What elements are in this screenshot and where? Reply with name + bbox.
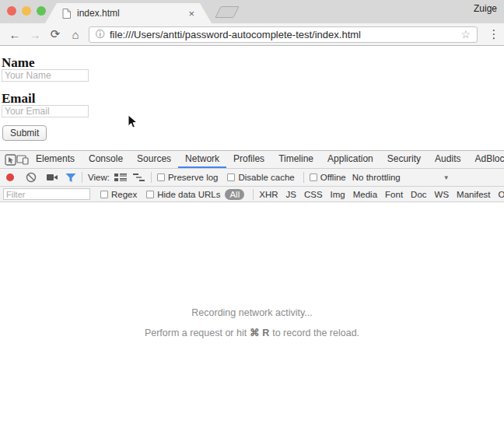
page-favicon-icon [62, 9, 71, 19]
reload-icon[interactable]: ⟳ [45, 27, 65, 41]
zoom-window-icon[interactable] [37, 6, 46, 16]
devtools-tab-sources[interactable]: Sources [130, 151, 178, 168]
filter-type-img[interactable]: Img [331, 190, 345, 199]
record-icon[interactable] [6, 173, 14, 181]
new-tab-button[interactable] [215, 6, 240, 18]
filter-input[interactable] [3, 188, 90, 200]
divider [253, 189, 254, 200]
home-icon[interactable]: ⌂ [65, 28, 86, 41]
email-input[interactable] [2, 105, 89, 117]
profile-label: Zuige [474, 3, 497, 14]
browser-toolbar: ← → ⟳ ⌂ ⓘ file:///Users/antti/password-a… [0, 23, 504, 46]
divider [82, 172, 82, 183]
preserve-log-checkbox[interactable] [157, 173, 165, 181]
mouse-cursor [128, 114, 138, 130]
device-toolbar-icon[interactable] [16, 151, 29, 168]
tab-title: index.html [77, 8, 120, 19]
name-label: Name [2, 55, 34, 71]
back-icon[interactable]: ← [5, 28, 25, 41]
hide-data-urls-label: Hide data URLs [157, 190, 220, 199]
submit-button[interactable]: Submit [2, 125, 47, 141]
offline-label: Offline [320, 173, 346, 182]
devtools-tab-timeline[interactable]: Timeline [271, 151, 320, 168]
offline-checkbox[interactable] [310, 173, 317, 181]
devtools-tab-elements[interactable]: Elements [29, 151, 82, 168]
network-toolbar: View: Preserve lo [0, 169, 504, 187]
screenshot-camera-icon[interactable] [46, 173, 58, 182]
throttling-select[interactable]: No throttling [352, 173, 401, 182]
command-r-keys: ⌘ R [250, 328, 269, 338]
preserve-log-label: Preserve log [168, 173, 219, 182]
close-window-icon[interactable] [7, 6, 16, 16]
name-input[interactable] [2, 69, 89, 82]
disable-cache-checkbox[interactable] [227, 173, 235, 181]
filter-type-font[interactable]: Font [385, 190, 403, 199]
filter-type-other[interactable]: Other [499, 190, 504, 199]
hide-data-urls-checkbox[interactable] [146, 191, 154, 198]
divider [303, 172, 304, 183]
email-label: Email [2, 91, 35, 107]
inspect-element-icon[interactable] [5, 151, 16, 168]
minimize-window-icon[interactable] [22, 6, 31, 16]
devtools-panel: Elements Console Sources Network Profile… [0, 150, 504, 438]
filter-type-ws[interactable]: WS [435, 190, 450, 199]
filter-type-manifest[interactable]: Manifest [457, 190, 490, 199]
divider [151, 172, 152, 183]
devtools-tab-network[interactable]: Network [178, 151, 226, 168]
devtools-tab-profiles[interactable]: Profiles [226, 151, 271, 168]
filter-funnel-icon[interactable] [65, 173, 76, 183]
waterfall-timeline-icon[interactable] [133, 173, 145, 182]
titlebar: index.html × Zuige [0, 0, 504, 23]
url-text[interactable]: file:///Users/antti/password-autocomplet… [110, 29, 361, 40]
devtools-tab-console[interactable]: Console [82, 151, 130, 168]
regex-label: Regex [111, 190, 137, 199]
view-label: View: [88, 173, 110, 182]
browser-tab[interactable]: index.html × [45, 3, 212, 23]
tab-close-icon[interactable]: × [188, 9, 194, 19]
page-content: Name Email Submit [0, 46, 504, 150]
filter-type-media[interactable]: Media [353, 190, 377, 199]
filter-type-all[interactable]: All [225, 189, 244, 200]
devtools-tab-adblock[interactable]: AdBlock [467, 151, 504, 168]
network-filter-bar: Regex Hide data URLs All XHR JS CSS Img … [0, 187, 504, 202]
devtools-tab-application[interactable]: Application [320, 151, 380, 168]
recording-activity-text: Recording network activity... [0, 307, 504, 318]
devtools-tabbar: Elements Console Sources Network Profile… [0, 151, 504, 169]
address-bar[interactable]: ⓘ file:///Users/antti/password-autocompl… [89, 26, 478, 43]
filter-type-doc[interactable]: Doc [411, 190, 426, 199]
filter-type-css[interactable]: CSS [304, 190, 323, 199]
regex-checkbox[interactable] [100, 191, 108, 198]
large-rows-icon[interactable] [114, 173, 127, 182]
window-controls [7, 6, 46, 16]
filter-type-js[interactable]: JS [286, 190, 296, 199]
browser-menu-icon[interactable]: ⋮ [484, 27, 504, 41]
filter-type-xhr[interactable]: XHR [259, 190, 278, 199]
chevron-down-icon[interactable]: ▼ [443, 174, 450, 181]
browser-window: index.html × Zuige ← → ⟳ ⌂ ⓘ file:///Use… [0, 0, 504, 438]
info-icon[interactable]: ⓘ [96, 28, 105, 41]
devtools-tab-audits[interactable]: Audits [428, 151, 467, 168]
bookmark-star-icon[interactable]: ☆ [460, 28, 471, 40]
clear-icon[interactable] [26, 172, 37, 183]
devtools-tab-security[interactable]: Security [380, 151, 428, 168]
network-empty-state: Recording network activity... Perform a … [0, 307, 504, 338]
reload-hint-text: Perform a request or hit⌘ Rto record the… [0, 327, 504, 338]
disable-cache-label: Disable cache [238, 173, 294, 182]
forward-icon[interactable]: → [25, 28, 45, 41]
network-requests-panel: Recording network activity... Perform a … [0, 202, 504, 438]
